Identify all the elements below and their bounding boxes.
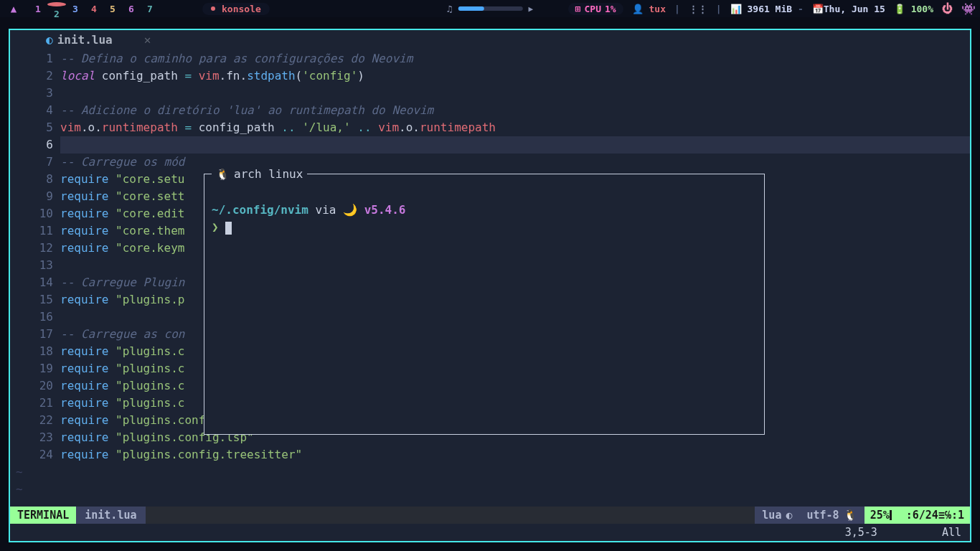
- cpu-icon: ⊞: [575, 4, 581, 14]
- music-progress[interactable]: [458, 6, 523, 11]
- workspace-4[interactable]: 4: [85, 4, 103, 14]
- close-tab-icon[interactable]: ✕: [144, 32, 151, 49]
- cpu-widget: ⊞ CPU 1%: [568, 3, 623, 15]
- code-line: -- Defina o caminho para as configuraçõe…: [60, 52, 413, 65]
- workspace-3[interactable]: 3: [66, 4, 85, 14]
- shell-prompt-line: ~/.config/nvim via 🌙 v5.4.6: [212, 202, 757, 219]
- ruler: 3,5-3: [845, 524, 877, 541]
- music-widget[interactable]: ♫ ▶: [447, 4, 533, 14]
- tux-icon: 🐧: [844, 507, 857, 524]
- code-line: local config_path = vim.fn.stdpath('conf…: [60, 67, 970, 85]
- workspace-1[interactable]: 1: [29, 4, 47, 14]
- code-line: -- Adicione o diretório 'lua' ao runtime…: [60, 103, 433, 117]
- status-percent: 25%: [864, 507, 900, 524]
- moon-icon: 🌙: [343, 203, 357, 217]
- calendar-icon: 📅: [812, 4, 824, 14]
- user-widget: 👤 tux: [632, 4, 666, 14]
- editor-viewport[interactable]: 1-- Defina o caminho para as configuraçõ…: [10, 50, 970, 507]
- status-filename: init.lua: [76, 507, 145, 524]
- code-line: require "plugins.config.treesitter": [60, 446, 970, 463]
- status-line: TERMINAL init.lua lua ◐ utf-8 🐧 25% :6/2…: [10, 507, 970, 524]
- active-window-name: konsole: [202, 3, 270, 15]
- workspace-5[interactable]: 5: [103, 4, 122, 14]
- power-icon[interactable]: ⏻: [942, 2, 953, 15]
- code-line: -- Carregue os mód: [60, 155, 184, 169]
- workspace-list: ▲ 1 2 3 4 5 6 7: [4, 0, 159, 19]
- arch-logo-icon: ▲: [4, 3, 23, 14]
- terminal-cursor: [225, 222, 232, 235]
- wifi-icon[interactable]: ⋮⋮: [689, 4, 707, 14]
- shell-input-line[interactable]: ❯: [212, 219, 757, 236]
- cpu-label: CPU: [585, 4, 601, 14]
- date-widget: 📅Thu, Jun 15: [812, 4, 885, 14]
- lua-icon: ◐: [786, 507, 792, 524]
- memory-widget: 📊 3961 MiB -: [730, 4, 804, 14]
- terminal-window[interactable]: ◐ init.lua ✕ 1-- Defina o caminho para a…: [9, 29, 971, 542]
- floating-terminal[interactable]: 🐧 arch linux ~/.config/nvim via 🌙 v5.4.6…: [204, 174, 765, 435]
- tux-icon: 🐧: [216, 166, 230, 183]
- top-bar: ▲ 1 2 3 4 5 6 7 konsole ♫ ▶ ⊞ CPU 1% 👤 t…: [0, 0, 980, 17]
- scroll-indicator: All: [942, 524, 961, 541]
- status-mode: TERMINAL: [10, 507, 76, 524]
- cpu-value: 1%: [605, 4, 616, 14]
- empty-line-tilde: ~: [10, 463, 23, 481]
- battery-widget: 🔋 100%: [894, 4, 933, 14]
- status-encoding: utf-8 🐧: [799, 507, 864, 524]
- workspace-2[interactable]: 2: [47, 0, 66, 19]
- buffer-tab-bar: ◐ init.lua ✕: [10, 30, 970, 50]
- code-line: vim.o.runtimepath = config_path .. '/lua…: [60, 119, 970, 136]
- status-filetype: lua ◐: [755, 507, 799, 524]
- status-position: :6/24≡℅:1: [900, 507, 970, 524]
- code-line: -- Carregue Plugin: [60, 276, 184, 289]
- workspace-7[interactable]: 7: [141, 4, 159, 14]
- floating-terminal-title: 🐧 arch linux: [212, 166, 307, 183]
- workspace-6[interactable]: 6: [122, 4, 141, 14]
- buffer-tab-filename[interactable]: init.lua: [57, 32, 113, 49]
- discord-icon[interactable]: 👾: [961, 2, 976, 16]
- code-line: -- Carregue as con: [60, 327, 184, 341]
- command-line[interactable]: 3,5-3 All: [10, 524, 970, 541]
- music-icon: ♫: [447, 4, 453, 14]
- play-icon[interactable]: ▶: [529, 4, 534, 14]
- empty-line-tilde: ~: [10, 481, 23, 498]
- current-line: [60, 136, 970, 154]
- lua-file-icon: ◐: [46, 32, 53, 49]
